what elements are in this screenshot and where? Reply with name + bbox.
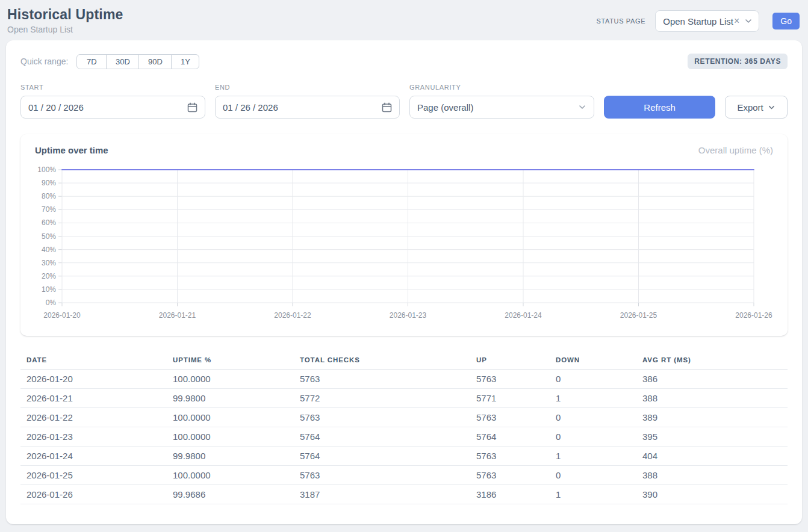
table-cell: 386 [636,370,788,389]
chevron-down-icon [768,104,775,111]
svg-text:0%: 0% [46,298,57,307]
table-row: 2026-01-2199.9800577257711388 [20,389,788,408]
quick-range-group: 7D30D90D1Y [76,54,199,69]
chevron-down-icon [744,17,753,25]
svg-text:2026-01-21: 2026-01-21 [159,311,196,320]
column-header: UP [470,351,550,370]
table-row: 2026-01-25100.0000576357630388 [20,466,788,485]
table-cell: 2026-01-20 [20,370,167,389]
quick-range-button-30d[interactable]: 30D [106,54,139,69]
clear-selection-icon[interactable]: × [734,16,739,26]
svg-text:80%: 80% [42,192,56,200]
table-cell: 2026-01-21 [20,389,167,408]
status-page-select[interactable]: Open Startup List × [655,10,759,32]
column-header: TOTAL CHECKS [294,351,470,370]
table-cell: 1 [550,389,636,408]
end-date-field: END 01 / 26 / 2026 [215,84,400,119]
table-row: 2026-01-20100.0000576357630386 [20,370,788,389]
table-row: 2026-01-2499.9800576457631404 [20,447,788,466]
start-date-label: START [20,84,205,91]
table-cell: 5763 [470,466,550,485]
svg-text:40%: 40% [42,246,56,254]
svg-text:2026-01-25: 2026-01-25 [620,311,657,320]
table-cell: 0 [550,466,636,485]
table-cell: 99.9686 [167,485,294,504]
header-controls: STATUS PAGE Open Startup List × Go [596,10,800,32]
svg-text:2026-01-24: 2026-01-24 [505,311,542,320]
svg-text:30%: 30% [42,259,56,267]
start-date-field: START 01 / 20 / 2026 [20,84,205,119]
go-button[interactable]: Go [772,13,800,29]
svg-text:2026-01-23: 2026-01-23 [390,311,427,320]
svg-text:10%: 10% [42,285,56,294]
table-cell: 2026-01-24 [20,447,167,466]
table-cell: 395 [636,427,788,447]
end-date-input[interactable]: 01 / 26 / 2026 [215,96,400,119]
table-cell: 390 [636,485,788,504]
table-cell: 389 [636,408,788,427]
quick-range-button-90d[interactable]: 90D [138,54,172,69]
table-cell: 2026-01-26 [20,485,167,504]
table-cell: 99.9800 [167,447,294,466]
table-cell: 100.0000 [167,427,294,447]
controls-row: START 01 / 20 / 2026 END 01 / 26 / 2026 … [20,84,788,119]
table-cell: 99.9800 [167,389,294,408]
table-cell: 5764 [294,427,470,447]
table-cell: 5771 [470,389,550,408]
uptime-table: DATEUPTIME %TOTAL CHECKSUPDOWNAVG RT (MS… [20,351,788,504]
svg-text:2026-01-22: 2026-01-22 [274,311,311,320]
column-header: AVG RT (MS) [636,351,788,370]
table-cell: 5764 [470,427,550,447]
main-panel: Quick range: 7D30D90D1Y RETENTION: 365 D… [6,40,802,524]
chart-title: Uptime over time [35,145,108,155]
page-header: Historical Uptime Open Startup List STAT… [0,0,808,40]
chart-legend-label: Overall uptime (%) [698,145,773,155]
table-cell: 5763 [294,408,470,427]
calendar-icon[interactable] [382,102,392,113]
chart-header: Uptime over time Overall uptime (%) [35,145,773,155]
quick-range-row: Quick range: 7D30D90D1Y RETENTION: 365 D… [20,54,788,69]
table-row: 2026-01-22100.0000576357630389 [20,408,788,427]
table-header-row: DATEUPTIME %TOTAL CHECKSUPDOWNAVG RT (MS… [20,351,788,370]
start-date-input[interactable]: 01 / 20 / 2026 [20,96,205,119]
retention-badge: RETENTION: 365 DAYS [688,54,788,69]
table-cell: 0 [550,370,636,389]
table-cell: 1 [550,485,636,504]
refresh-button[interactable]: Refresh [604,96,715,119]
table-row: 2026-01-23100.0000576457640395 [20,427,788,447]
table-cell: 5763 [470,408,550,427]
svg-text:60%: 60% [42,218,56,227]
table-cell: 388 [636,389,788,408]
table-cell: 5764 [294,447,470,466]
uptime-chart-card: Uptime over time Overall uptime (%) 0%10… [20,134,788,336]
uptime-line-chart: 0%10%20%30%40%50%60%70%80%90%100%2026-01… [35,160,773,329]
column-header: DOWN [550,351,636,370]
quick-range-button-1y[interactable]: 1Y [171,54,199,69]
end-date-value: 01 / 26 / 2026 [223,102,278,113]
table-cell: 5763 [294,466,470,485]
granularity-selected-value: Page (overall) [417,102,473,113]
chart-canvas: 0%10%20%30%40%50%60%70%80%90%100%2026-01… [35,160,774,326]
table-cell: 100.0000 [167,466,294,485]
chevron-down-icon [578,103,586,111]
granularity-field: GRANULARITY Page (overall) [409,84,594,119]
column-header: UPTIME % [167,351,294,370]
granularity-select[interactable]: Page (overall) [409,96,594,119]
table-cell: 1 [550,447,636,466]
start-date-value: 01 / 20 / 2026 [28,102,84,113]
svg-text:2026-01-20: 2026-01-20 [43,311,81,320]
table-cell: 2026-01-22 [20,408,167,427]
status-page-selected-value: Open Startup List [663,16,733,26]
quick-range-button-7d[interactable]: 7D [76,54,107,69]
export-button[interactable]: Export [725,96,788,119]
end-date-label: END [215,84,400,91]
table-cell: 3186 [470,485,550,504]
table-cell: 5763 [470,370,550,389]
calendar-icon[interactable] [187,102,197,113]
page-heading: Historical Uptime Open Startup List [7,7,123,34]
status-page-label: STATUS PAGE [596,17,645,25]
granularity-label: GRANULARITY [409,84,594,91]
table-cell: 5772 [294,389,470,408]
svg-text:90%: 90% [42,179,56,187]
svg-text:20%: 20% [42,272,56,280]
